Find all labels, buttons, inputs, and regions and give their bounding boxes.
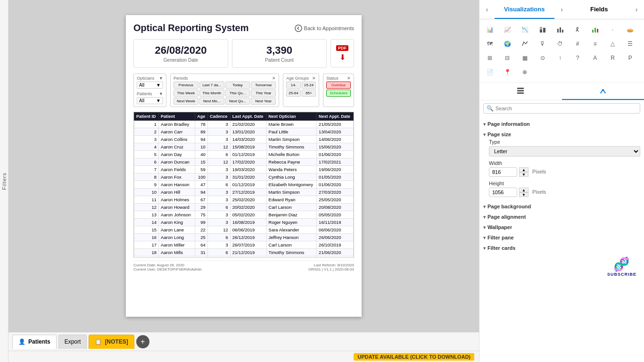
table-row[interactable]: 11Aaron Holmes67325/02/2020Edward Ryan25…	[134, 196, 354, 204]
height-up-arrow[interactable]: ▲	[519, 188, 528, 192]
table-row[interactable]: 8Aaron Fox100331/01/2020Cynthia Long01/0…	[134, 173, 354, 181]
period-button[interactable]: Today	[225, 82, 250, 89]
qa-icon[interactable]: ?	[571, 51, 584, 65]
age-button[interactable]: 14-	[286, 82, 300, 89]
period-button[interactable]: Tomorrow	[251, 82, 276, 89]
decomp-tree-icon[interactable]: ⊙	[536, 51, 549, 65]
matrix-icon[interactable]: ⊟	[501, 51, 514, 65]
table-row[interactable]: 16Aaron Long25626/12/2019Jeffrey Hanson2…	[134, 234, 354, 241]
format-search-input[interactable]	[495, 106, 637, 111]
scatter-chart-icon[interactable]: ·	[606, 23, 619, 36]
filter-pane-header[interactable]: ▾ Filter pane	[483, 232, 640, 242]
age-button[interactable]: 25-64	[286, 90, 300, 97]
tab-export[interactable]: Export	[58, 335, 87, 349]
column-chart-icon[interactable]	[553, 23, 567, 36]
table-row[interactable]: 9Aaron Hanson47601/12/2019Elizabeth Mont…	[134, 181, 354, 189]
update-badge[interactable]: UPDATE AVAILABLE (CLICK TO DOWNLOAD)	[354, 353, 474, 361]
table-row[interactable]: 1Aaron Bradley78321/02/2020Marie Brown21…	[134, 121, 354, 128]
funnel-icon[interactable]: ⊽	[536, 37, 549, 50]
tab-notes[interactable]: 📋 [NOTES]	[89, 335, 134, 349]
viz-prev-button[interactable]: ‹	[479, 0, 495, 19]
shape-map-icon[interactable]	[518, 37, 531, 50]
bar-chart-icon[interactable]: 📊	[483, 23, 496, 36]
age-button[interactable]: 15-24	[302, 82, 316, 89]
table-row[interactable]: 13Aaron Johnson75305/02/2020Benjamin Dia…	[134, 211, 354, 219]
period-button[interactable]: This Year	[251, 90, 276, 97]
filters-sidebar[interactable]: Filters	[0, 0, 8, 362]
table-row[interactable]: 15Aaron Lane221206/06/2019Sara Alexander…	[134, 226, 354, 234]
period-button[interactable]: Next Qu...	[225, 98, 250, 105]
add-tab-button[interactable]: +	[136, 335, 149, 348]
slicer-icon[interactable]: ☰	[624, 37, 637, 50]
viz-format-tab[interactable]	[562, 83, 644, 100]
width-up-arrow[interactable]: ▲	[519, 167, 528, 172]
filter-cards-header[interactable]: ▾ Filter cards	[483, 242, 640, 253]
paginated-icon[interactable]: 📄	[483, 66, 496, 79]
gauge-icon[interactable]: ⏱	[553, 37, 567, 50]
card-icon[interactable]: #	[571, 37, 584, 50]
period-button[interactable]: Next Week	[173, 98, 198, 105]
height-spinner[interactable]: ▲ ▼	[519, 188, 528, 197]
key-influencers-icon[interactable]: ↑	[553, 51, 567, 65]
width-input[interactable]: 816	[489, 167, 517, 177]
table-row[interactable]: 7Aaron Fields59319/03/2020Wanda Peters19…	[134, 166, 354, 173]
custom-viz-icon[interactable]: ⊕	[518, 66, 531, 79]
table-row[interactable]: 3Aaron Collins94314/03/2020Martin Simpso…	[134, 136, 354, 143]
filled-map-icon[interactable]: 🌍	[501, 37, 514, 50]
width-down-arrow[interactable]: ▼	[519, 172, 528, 177]
period-button[interactable]: This Qu...	[225, 90, 250, 97]
treemap-icon[interactable]: ▦	[518, 51, 531, 65]
waterfall-icon[interactable]	[588, 23, 602, 36]
area-chart-icon[interactable]: 📉	[518, 23, 531, 36]
page-information-header[interactable]: ▾ Page information	[483, 118, 640, 129]
table-row[interactable]: 10Aaron Hill94327/12/2019Martin Simpson2…	[134, 189, 354, 196]
r-visual-icon[interactable]: R	[606, 51, 619, 65]
table-row[interactable]: 4Aaron Cruz101215/08/2019Timothy Simmons…	[134, 143, 354, 151]
table-row[interactable]: 5Aaron Day40601/12/2019Michelle Burton01…	[134, 151, 354, 158]
opticians-select[interactable]: All▼	[137, 82, 163, 89]
patients-select[interactable]: All▼	[137, 97, 163, 104]
tab-patients[interactable]: 👤 Patients	[12, 335, 57, 349]
table-row[interactable]: 17Aaron Miller64326/07/2019Carl Larson26…	[134, 241, 354, 249]
period-button[interactable]: Previous	[173, 82, 198, 89]
python-visual-icon[interactable]: P	[624, 51, 637, 65]
viz-fields-tab[interactable]	[479, 83, 562, 100]
map-icon[interactable]: 🗺	[483, 37, 496, 50]
period-button[interactable]: This Week	[173, 90, 198, 97]
back-button[interactable]: Back to Appointments	[295, 25, 354, 32]
fields-next-button[interactable]: ›	[629, 0, 644, 19]
page-alignment-header[interactable]: ▾ Page alignment	[483, 211, 640, 222]
ribbon-chart-icon[interactable]: 🎗	[571, 23, 584, 36]
page-background-header[interactable]: ▾ Page background	[483, 201, 640, 211]
period-button[interactable]: Next Year	[251, 98, 276, 105]
table-viz-icon[interactable]: ⊞	[483, 51, 496, 65]
multi-row-card-icon[interactable]: ≡	[588, 37, 602, 50]
width-spinner[interactable]: ▲ ▼	[519, 167, 528, 177]
smart-narrative-icon[interactable]: A	[588, 51, 602, 65]
period-button[interactable]: This Month	[199, 90, 224, 97]
tab-fields[interactable]: Fields	[570, 0, 629, 19]
table-row[interactable]: 2Aaron Carr89313/01/2020Paul Little13/04…	[134, 128, 354, 136]
height-down-arrow[interactable]: ▼	[519, 192, 528, 197]
viz-next-button[interactable]: ›	[554, 0, 570, 19]
page-size-header[interactable]: ▾ Page size	[483, 129, 640, 139]
overdue-button[interactable]: Overdue	[326, 82, 351, 89]
period-button[interactable]: Last 7 da...	[199, 82, 224, 89]
azure-maps-icon[interactable]: 📍	[501, 66, 514, 79]
pie-chart-icon[interactable]: 🥧	[624, 23, 637, 36]
format-search-box[interactable]: 🔍	[483, 103, 640, 114]
patient-table-scroll[interactable]: Patient IDPatientAgeCadenceLast Appt. Da…	[134, 112, 354, 258]
table-row[interactable]: 6Aaron Duncan151217/02/2020Rebecca Payne…	[134, 158, 354, 166]
table-row[interactable]: 12Aaron Howard29620/02/2020Carl Larson20…	[134, 204, 354, 211]
period-button[interactable]: Next Mo...	[199, 98, 224, 105]
table-row[interactable]: 14Aaron King99316/08/2019Roger Nguyen16/…	[134, 219, 354, 226]
line-chart-icon[interactable]: 📈	[501, 23, 514, 36]
scheduled-button[interactable]: Scheduled	[326, 90, 351, 97]
tab-visualizations[interactable]: Visualizations	[495, 0, 554, 19]
age-button[interactable]: 65+	[302, 90, 316, 97]
kpi-icon[interactable]: △	[606, 37, 619, 50]
height-input[interactable]: 1056	[489, 188, 517, 197]
table-row[interactable]: 19Aaron Morales73314/03/2020Michelle Bur…	[134, 256, 354, 258]
pdf-button[interactable]: PDF ⬇	[330, 39, 354, 67]
subscribe-button[interactable]: 🧬 SUBSCRIBE	[607, 256, 636, 277]
